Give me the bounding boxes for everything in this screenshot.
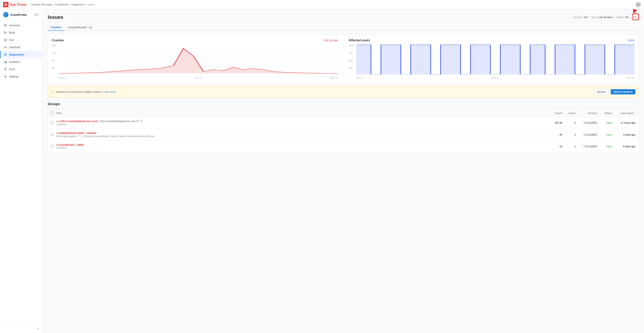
svg-point-1 [5, 4, 6, 5]
svg-point-7 [4, 53, 6, 56]
play-icon [4, 31, 7, 34]
sidebar-item-build[interactable]: Build [0, 29, 42, 36]
row-count: 10 [547, 145, 562, 148]
status-dropdown[interactable]: Status: All ▾ [616, 16, 630, 19]
col-header-version: Version [576, 112, 597, 115]
svg-point-13 [634, 16, 636, 18]
page-title: Issues [48, 14, 63, 20]
breadcrumb-item[interactable]: CrashProbe [55, 3, 68, 6]
settings-icon [4, 75, 7, 78]
analytics-icon [4, 60, 7, 64]
row-status: Open [597, 121, 612, 124]
logo-icon [3, 2, 8, 7]
warning-learn-more-link[interactable]: Learn more [103, 90, 116, 93]
users-chart-title: Affected users [349, 39, 370, 42]
platform-badge: iOS [34, 13, 39, 16]
tabs: Crashes Unsymbolicated 2 [48, 24, 638, 31]
row-version: 7.1.0 (1337) [576, 121, 597, 124]
svg-point-12 [5, 76, 6, 77]
versions-dropdown[interactable]: Versions: All ▾ [573, 16, 589, 19]
row-select-checkbox[interactable] [51, 133, 54, 136]
tab-unsymbolicated[interactable]: Unsymbolicated 2 [64, 24, 96, 31]
breadcrumb-item[interactable]: Diagnostics [71, 3, 84, 6]
row-select-checkbox[interactable] [51, 145, 54, 147]
crashes-chart-title: Crashes [52, 39, 64, 42]
sidebar-item-push[interactable]: Push [0, 65, 42, 73]
distribute-icon [4, 45, 7, 49]
svg-marker-20 [59, 48, 338, 73]
breadcrumb: Crashes Test Apps / CrashProbe / Diagnos… [31, 3, 94, 6]
app-center-logo[interactable]: App Center [3, 2, 26, 7]
col-header-title: Title [56, 112, 547, 115]
tab-crashes[interactable]: Crashes [48, 24, 64, 31]
charts-row: Crashes 192.2k total 160k 120k 80k 40k [48, 35, 638, 83]
row-users: 2 [562, 121, 576, 124]
topbar-user[interactable] [636, 2, 641, 7]
row-title-cell: ● -[CRLCrashObjCMsgSend crash] CRLCrashO… [56, 120, 547, 126]
issue-subtitle: SIGSEGV [56, 123, 547, 126]
breadcrumb-current: Issues [87, 3, 95, 6]
row-last-report: 17 hours ago [612, 121, 635, 124]
topbar: App Center Crashes Test Apps / CrashProb… [0, 0, 644, 9]
groups-title: Groups [48, 102, 638, 106]
sidebar-item-test[interactable]: Test [0, 36, 42, 44]
app-avatar [3, 12, 8, 17]
svg-rect-9 [5, 61, 6, 63]
warning-icon: ⚠ [51, 90, 54, 94]
chevron-down-icon: ▾ [588, 16, 589, 18]
issue-method[interactable]: 0x10445c000 + 30852 [59, 143, 84, 146]
row-title-cell: ● 0x0000000104374000 + 1640564 NSRangeEx… [56, 131, 547, 138]
sidebar-nav: Overview Build Test Distribute [0, 20, 42, 325]
svg-rect-8 [4, 62, 5, 63]
sidebar-item-distribute[interactable]: Distribute [0, 44, 42, 51]
svg-marker-26 [356, 45, 635, 74]
row-count: 33 [547, 133, 562, 136]
svg-line-14 [636, 17, 636, 18]
row-status: Open [597, 133, 612, 136]
row-version: 7.1.0 (1337) [576, 133, 597, 136]
row-users: 1 [562, 133, 576, 136]
row-status: Open [597, 145, 612, 148]
search-button[interactable] [632, 14, 638, 20]
svg-rect-28 [140, 120, 142, 121]
breadcrumb-item[interactable]: Crashes Test Apps [31, 3, 52, 6]
select-all-checkbox[interactable] [51, 111, 54, 114]
error-icon: ● [56, 143, 58, 146]
collapse-button[interactable]: « [37, 327, 39, 331]
sidebar-item-settings[interactable]: Settings [0, 73, 42, 80]
row-select-checkbox[interactable] [51, 121, 54, 124]
col-header-check [51, 111, 56, 115]
issue-method[interactable]: 0x0000000104374000 + 1640564 [59, 132, 96, 135]
main-content: Issues Versions: All ▾ Time: Last 30 day… [42, 9, 644, 333]
chevron-down-icon: ▾ [628, 16, 630, 18]
col-header-users: Users [562, 112, 576, 115]
upload-symbols-button[interactable]: Upload symbols [611, 89, 635, 94]
users-chart-svg [356, 44, 635, 74]
row-version: 7.1.0 (1337) [576, 145, 597, 148]
table-row: ● 0x10445c000 + 30852 SIGSEGV 10 1 7.1.0… [48, 141, 638, 152]
issue-method[interactable]: -[CRLCrashObjCMsgSend crash] [59, 120, 98, 123]
page-header: Issues Versions: All ▾ Time: Last 30 day… [48, 14, 638, 20]
crashes-chart-header: Crashes 192.2k total [52, 39, 338, 42]
user-avatar[interactable] [636, 2, 641, 7]
warning-text: Symbols are missing for multiple version… [56, 90, 592, 93]
time-dropdown[interactable]: Time: Last 30 days ▾ [591, 16, 614, 19]
circle-icon [4, 24, 7, 27]
copy-icon[interactable] [140, 120, 143, 123]
diagnostics-icon [4, 53, 7, 56]
col-header-report: Last report ↓ [612, 112, 635, 115]
col-header-count: Count [547, 112, 562, 115]
svg-rect-27 [141, 120, 142, 122]
table-row: ● 0x0000000104374000 + 1640564 NSRangeEx… [48, 129, 638, 141]
sidebar-item-diagnostics[interactable]: Diagnostics [0, 51, 42, 58]
issue-subtitle: SIGSEGV [56, 147, 547, 149]
sidebar-item-analytics[interactable]: Analytics [0, 58, 42, 65]
crashes-chart: Crashes 192.2k total 160k 120k 80k 40k [52, 39, 338, 79]
svg-point-4 [5, 25, 6, 26]
crashes-chart-area: 160k 120k 80k 40k [52, 44, 338, 79]
svg-rect-11 [5, 70, 6, 70]
dismiss-button[interactable]: Dismiss [594, 89, 609, 95]
crashes-chart-svg [59, 44, 338, 74]
push-icon [4, 67, 7, 71]
sidebar-item-overview[interactable]: Overview [0, 22, 42, 29]
